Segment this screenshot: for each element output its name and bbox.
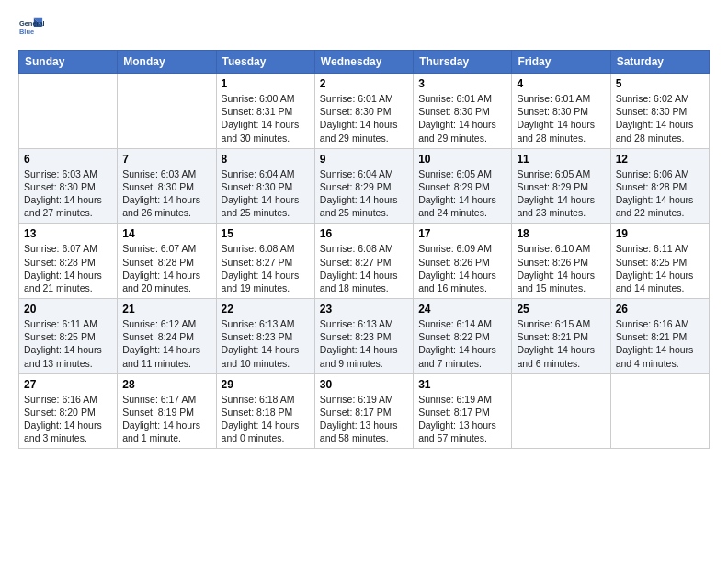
calendar-cell: 21Sunrise: 6:12 AM Sunset: 8:24 PM Dayli… — [118, 299, 216, 374]
day-number: 12 — [616, 153, 704, 166]
day-number: 23 — [320, 303, 408, 316]
day-number: 6 — [24, 153, 112, 166]
header-friday: Friday — [512, 51, 610, 74]
day-number: 4 — [517, 77, 605, 90]
day-number: 13 — [24, 227, 112, 240]
cell-info: Sunrise: 6:03 AM Sunset: 8:30 PM Dayligh… — [24, 167, 112, 220]
day-number: 15 — [222, 227, 310, 240]
calendar-cell: 11Sunrise: 6:05 AM Sunset: 8:29 PM Dayli… — [512, 148, 610, 224]
header-thursday: Thursday — [414, 51, 512, 74]
calendar-cell: 5Sunrise: 6:02 AM Sunset: 8:30 PM Daylig… — [610, 74, 709, 149]
day-number: 31 — [418, 378, 506, 391]
cell-info: Sunrise: 6:14 AM Sunset: 8:22 PM Dayligh… — [418, 317, 506, 370]
day-number: 22 — [222, 303, 310, 316]
cell-info: Sunrise: 6:03 AM Sunset: 8:30 PM Dayligh… — [122, 167, 210, 220]
cell-info: Sunrise: 6:08 AM Sunset: 8:27 PM Dayligh… — [222, 242, 310, 294]
day-number: 25 — [517, 303, 605, 316]
calendar-cell: 24Sunrise: 6:14 AM Sunset: 8:22 PM Dayli… — [414, 299, 512, 374]
day-number: 24 — [418, 303, 506, 316]
calendar-cell: 17Sunrise: 6:09 AM Sunset: 8:26 PM Dayli… — [414, 224, 512, 299]
day-number: 27 — [24, 378, 112, 391]
calendar: SundayMondayTuesdayWednesdayThursdayFrid… — [18, 50, 710, 449]
calendar-cell — [19, 74, 118, 149]
week-row-3: 13Sunrise: 6:07 AM Sunset: 8:28 PM Dayli… — [19, 224, 710, 299]
day-number: 3 — [418, 77, 506, 90]
cell-info: Sunrise: 6:15 AM Sunset: 8:21 PM Dayligh… — [517, 317, 605, 370]
week-row-4: 20Sunrise: 6:11 AM Sunset: 8:25 PM Dayli… — [19, 299, 710, 374]
calendar-cell: 18Sunrise: 6:10 AM Sunset: 8:26 PM Dayli… — [512, 224, 610, 299]
calendar-cell: 20Sunrise: 6:11 AM Sunset: 8:25 PM Dayli… — [19, 299, 118, 374]
day-number: 11 — [517, 153, 605, 166]
day-number: 10 — [418, 153, 506, 166]
calendar-cell: 1Sunrise: 6:00 AM Sunset: 8:31 PM Daylig… — [216, 74, 314, 149]
logo: General Blue — [18, 15, 44, 40]
calendar-cell: 31Sunrise: 6:19 AM Sunset: 8:17 PM Dayli… — [414, 373, 512, 449]
calendar-cell: 3Sunrise: 6:01 AM Sunset: 8:30 PM Daylig… — [414, 74, 512, 149]
cell-info: Sunrise: 6:08 AM Sunset: 8:27 PM Dayligh… — [320, 242, 408, 294]
svg-text:Blue: Blue — [19, 28, 34, 36]
cell-info: Sunrise: 6:12 AM Sunset: 8:24 PM Dayligh… — [122, 317, 210, 370]
day-number: 20 — [24, 303, 112, 316]
cell-info: Sunrise: 6:05 AM Sunset: 8:29 PM Dayligh… — [517, 167, 605, 220]
calendar-cell: 29Sunrise: 6:18 AM Sunset: 8:18 PM Dayli… — [216, 373, 314, 449]
cell-info: Sunrise: 6:18 AM Sunset: 8:18 PM Dayligh… — [222, 393, 310, 445]
cell-info: Sunrise: 6:04 AM Sunset: 8:30 PM Dayligh… — [222, 167, 310, 220]
week-row-1: 1Sunrise: 6:00 AM Sunset: 8:31 PM Daylig… — [19, 74, 710, 149]
calendar-cell: 7Sunrise: 6:03 AM Sunset: 8:30 PM Daylig… — [118, 148, 216, 224]
cell-info: Sunrise: 6:11 AM Sunset: 8:25 PM Dayligh… — [616, 242, 704, 294]
cell-info: Sunrise: 6:01 AM Sunset: 8:30 PM Dayligh… — [320, 92, 408, 144]
calendar-cell: 9Sunrise: 6:04 AM Sunset: 8:29 PM Daylig… — [314, 148, 413, 224]
calendar-cell — [610, 373, 709, 449]
cell-info: Sunrise: 6:17 AM Sunset: 8:19 PM Dayligh… — [122, 393, 210, 445]
day-number: 26 — [616, 303, 704, 316]
calendar-cell: 15Sunrise: 6:08 AM Sunset: 8:27 PM Dayli… — [216, 224, 314, 299]
day-number: 21 — [122, 303, 210, 316]
cell-info: Sunrise: 6:04 AM Sunset: 8:29 PM Dayligh… — [320, 167, 408, 220]
day-number: 17 — [418, 227, 506, 240]
day-number: 29 — [222, 378, 310, 391]
calendar-cell: 26Sunrise: 6:16 AM Sunset: 8:21 PM Dayli… — [610, 299, 709, 374]
page-header: General Blue — [18, 15, 710, 40]
header-tuesday: Tuesday — [216, 51, 314, 74]
calendar-cell: 25Sunrise: 6:15 AM Sunset: 8:21 PM Dayli… — [512, 299, 610, 374]
cell-info: Sunrise: 6:19 AM Sunset: 8:17 PM Dayligh… — [320, 393, 408, 445]
cell-info: Sunrise: 6:13 AM Sunset: 8:23 PM Dayligh… — [320, 317, 408, 370]
day-number: 28 — [122, 378, 210, 391]
cell-info: Sunrise: 6:16 AM Sunset: 8:20 PM Dayligh… — [24, 393, 112, 445]
cell-info: Sunrise: 6:16 AM Sunset: 8:21 PM Dayligh… — [616, 317, 704, 370]
cell-info: Sunrise: 6:07 AM Sunset: 8:28 PM Dayligh… — [122, 242, 210, 294]
day-number: 30 — [320, 378, 408, 391]
cell-info: Sunrise: 6:10 AM Sunset: 8:26 PM Dayligh… — [517, 242, 605, 294]
cell-info: Sunrise: 6:01 AM Sunset: 8:30 PM Dayligh… — [418, 92, 506, 144]
cell-info: Sunrise: 6:02 AM Sunset: 8:30 PM Dayligh… — [616, 92, 704, 144]
header-monday: Monday — [118, 51, 216, 74]
logo-icon: General Blue — [18, 15, 44, 40]
cell-info: Sunrise: 6:09 AM Sunset: 8:26 PM Dayligh… — [418, 242, 506, 294]
calendar-cell: 12Sunrise: 6:06 AM Sunset: 8:28 PM Dayli… — [610, 148, 709, 224]
week-row-5: 27Sunrise: 6:16 AM Sunset: 8:20 PM Dayli… — [19, 373, 710, 449]
calendar-cell: 6Sunrise: 6:03 AM Sunset: 8:30 PM Daylig… — [19, 148, 118, 224]
calendar-cell: 27Sunrise: 6:16 AM Sunset: 8:20 PM Dayli… — [19, 373, 118, 449]
cell-info: Sunrise: 6:07 AM Sunset: 8:28 PM Dayligh… — [24, 242, 112, 294]
calendar-cell: 8Sunrise: 6:04 AM Sunset: 8:30 PM Daylig… — [216, 148, 314, 224]
cell-info: Sunrise: 6:05 AM Sunset: 8:29 PM Dayligh… — [418, 167, 506, 220]
calendar-cell: 19Sunrise: 6:11 AM Sunset: 8:25 PM Dayli… — [610, 224, 709, 299]
week-row-2: 6Sunrise: 6:03 AM Sunset: 8:30 PM Daylig… — [19, 148, 710, 224]
calendar-cell — [512, 373, 610, 449]
header-wednesday: Wednesday — [314, 51, 413, 74]
calendar-cell: 16Sunrise: 6:08 AM Sunset: 8:27 PM Dayli… — [314, 224, 413, 299]
cell-info: Sunrise: 6:00 AM Sunset: 8:31 PM Dayligh… — [222, 92, 310, 144]
calendar-cell: 2Sunrise: 6:01 AM Sunset: 8:30 PM Daylig… — [314, 74, 413, 149]
day-number: 9 — [320, 153, 408, 166]
day-number: 19 — [616, 227, 704, 240]
day-number: 2 — [320, 77, 408, 90]
header-row: SundayMondayTuesdayWednesdayThursdayFrid… — [19, 51, 710, 74]
cell-info: Sunrise: 6:11 AM Sunset: 8:25 PM Dayligh… — [24, 317, 112, 370]
day-number: 5 — [616, 77, 704, 90]
header-saturday: Saturday — [610, 51, 709, 74]
day-number: 18 — [517, 227, 605, 240]
calendar-cell — [118, 74, 216, 149]
cell-info: Sunrise: 6:06 AM Sunset: 8:28 PM Dayligh… — [616, 167, 704, 220]
calendar-cell: 28Sunrise: 6:17 AM Sunset: 8:19 PM Dayli… — [118, 373, 216, 449]
calendar-cell: 10Sunrise: 6:05 AM Sunset: 8:29 PM Dayli… — [414, 148, 512, 224]
